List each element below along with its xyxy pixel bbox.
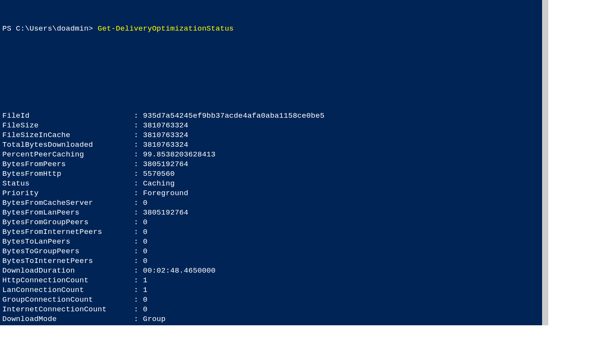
prompt-prefix: PS C:\Users\doadmin> xyxy=(2,24,98,33)
output-row: PercentPeerCaching : 99.8538203628413 xyxy=(2,150,540,160)
output-row: SourceURL : http://tlu.dl.delivery.mp.mi… xyxy=(2,324,540,325)
blank-line xyxy=(2,82,540,92)
output-row: FileSize : 3810763324 xyxy=(2,121,540,130)
output-row: FileId : 935d7a54245ef9bb37acde4afa0aba1… xyxy=(2,111,540,121)
output-row: BytesToLanPeers : 0 xyxy=(2,237,540,247)
vertical-scrollbar[interactable] xyxy=(542,0,548,325)
output-row: BytesFromCacheServer : 0 xyxy=(2,198,540,208)
command-line: PS C:\Users\doadmin> Get-DeliveryOptimiz… xyxy=(2,24,540,34)
output-row: BytesFromGroupPeers : 0 xyxy=(2,218,540,227)
output-row: BytesFromLanPeers : 3805192764 xyxy=(2,208,540,218)
scrollbar-thumb[interactable] xyxy=(542,0,548,325)
blank-line xyxy=(2,53,540,63)
output-row: BytesToInternetPeers : 0 xyxy=(2,256,540,266)
output-row: DownloadMode : Group xyxy=(2,314,540,324)
command-text: Get-DeliveryOptimizationStatus xyxy=(98,24,234,33)
output-row: BytesFromInternetPeers : 0 xyxy=(2,227,540,237)
output-row: DownloadDuration : 00:02:48.4650000 xyxy=(2,266,540,276)
output-row: FileSizeInCache : 3810763324 xyxy=(2,130,540,140)
output-row: BytesFromHttp : 5570560 xyxy=(2,169,540,179)
output-row: Status : Caching xyxy=(2,179,540,189)
output-row: InternetConnectionCount : 0 xyxy=(2,305,540,314)
output-row: HttpConnectionCount : 1 xyxy=(2,276,540,285)
output-row: Priority : Foreground xyxy=(2,189,540,198)
output-row: GroupConnectionCount : 0 xyxy=(2,295,540,305)
output-row: TotalBytesDownloaded : 3810763324 xyxy=(2,140,540,150)
output-row: BytesFromPeers : 3805192764 xyxy=(2,160,540,169)
output-block: FileId : 935d7a54245ef9bb37acde4afa0aba1… xyxy=(2,111,540,325)
output-row: BytesToGroupPeers : 0 xyxy=(2,247,540,256)
output-row: LanConnectionCount : 1 xyxy=(2,285,540,295)
powershell-terminal[interactable]: PS C:\Users\doadmin> Get-DeliveryOptimiz… xyxy=(0,0,542,325)
